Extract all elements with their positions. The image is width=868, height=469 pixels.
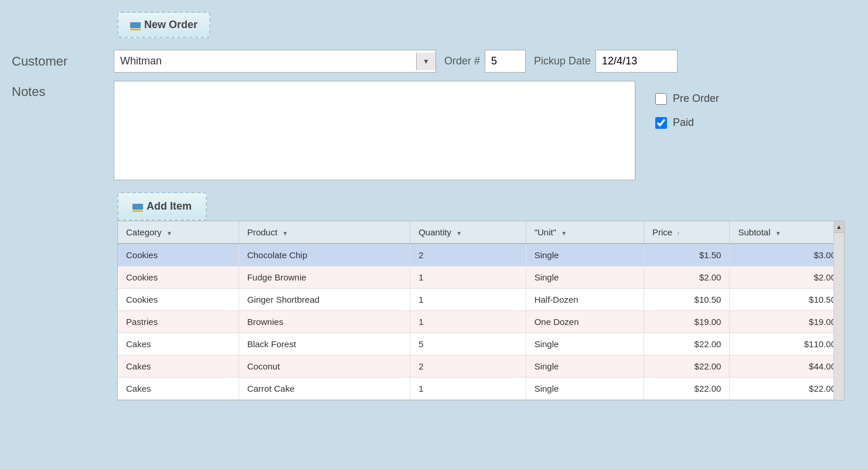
pickup-date-group: Pickup Date: [534, 50, 678, 73]
table-row[interactable]: CakesBlack Forest5Single$22.00$110.00: [118, 333, 844, 355]
add-item-button[interactable]: Add Item: [117, 192, 207, 221]
paid-checkbox[interactable]: [655, 117, 667, 129]
paid-label: Paid: [673, 117, 694, 129]
cell-category: Cookies: [118, 244, 239, 266]
cell-price: $10.50: [644, 289, 730, 311]
cell-price: $22.00: [644, 333, 730, 355]
table-container: Category ▼ Product ▼ Quantity ▼ "Unit" ▼…: [117, 221, 845, 400]
table-row[interactable]: CakesCarrot Cake1Single$22.00$22.00: [118, 378, 844, 400]
cell-category: Cookies: [118, 266, 239, 289]
add-item-icon: [132, 203, 143, 211]
cell-product: Coconut: [239, 355, 410, 378]
new-order-button[interactable]: New Order: [117, 12, 210, 38]
cell-category: Pastries: [118, 311, 239, 333]
customer-select-container: ▼: [114, 50, 436, 73]
cell-category: Cakes: [118, 333, 239, 355]
page-container: New Order Customer ▼ Order # Pickup Date…: [0, 6, 868, 406]
table-scrollbar[interactable]: ▲: [833, 221, 844, 400]
scrollbar-up-arrow[interactable]: ▲: [834, 221, 844, 233]
customer-row: Customer ▼ Order # Pickup Date: [12, 50, 856, 73]
notes-row: Notes Pre Order Paid: [12, 81, 856, 180]
pre-order-checkbox[interactable]: [655, 93, 667, 105]
cell-quantity: 1: [410, 311, 526, 333]
cell-product: Carrot Cake: [239, 378, 410, 400]
cell-price: $19.00: [644, 311, 730, 333]
cell-category: Cookies: [118, 289, 239, 311]
cell-unit: Single: [526, 244, 644, 266]
cell-quantity: 5: [410, 333, 526, 355]
table-row[interactable]: CookiesFudge Brownie1Single$2.00$2.00: [118, 266, 844, 289]
customer-dropdown-arrow[interactable]: ▼: [416, 53, 435, 70]
cell-product: Black Forest: [239, 333, 410, 355]
cell-category: Cakes: [118, 378, 239, 400]
cell-quantity: 2: [410, 355, 526, 378]
col-header-quantity[interactable]: Quantity ▼: [410, 221, 526, 244]
pickup-date-input[interactable]: [595, 50, 678, 73]
cell-price: $2.00: [644, 266, 730, 289]
cell-unit: Single: [526, 333, 644, 355]
table-row[interactable]: CookiesChocolate Chip2Single$1.50$3.00: [118, 244, 844, 266]
cell-subtotal: $3.00: [730, 244, 844, 266]
col-header-unit[interactable]: "Unit" ▼: [526, 221, 644, 244]
cell-subtotal: $22.00: [730, 378, 844, 400]
notes-label: Notes: [12, 81, 105, 100]
product-sort-icon: ▼: [282, 230, 288, 237]
cell-unit: Single: [526, 355, 644, 378]
form-area: Customer ▼ Order # Pickup Date Notes Pre: [12, 50, 856, 180]
cell-price: $1.50: [644, 244, 730, 266]
cell-price: $22.00: [644, 355, 730, 378]
cell-subtotal: $110.00: [730, 333, 844, 355]
cell-unit: Single: [526, 266, 644, 289]
customer-label: Customer: [12, 54, 105, 69]
paid-checkbox-label[interactable]: Paid: [655, 117, 719, 129]
cell-subtotal: $2.00: [730, 266, 844, 289]
cell-quantity: 1: [410, 266, 526, 289]
cell-subtotal: $19.00: [730, 311, 844, 333]
cell-product: Chocolate Chip: [239, 244, 410, 266]
cell-unit: Single: [526, 378, 644, 400]
pre-order-checkbox-label[interactable]: Pre Order: [655, 93, 719, 105]
col-header-category[interactable]: Category ▼: [118, 221, 239, 244]
svg-rect-2: [132, 204, 143, 210]
cell-quantity: 2: [410, 244, 526, 266]
cell-price: $22.00: [644, 378, 730, 400]
pickup-date-label: Pickup Date: [534, 55, 591, 67]
svg-rect-0: [130, 22, 141, 28]
table-row[interactable]: CookiesGinger Shortbread1Half-Dozen$10.5…: [118, 289, 844, 311]
cell-category: Cakes: [118, 355, 239, 378]
new-order-icon: [130, 21, 141, 29]
category-sort-icon: ▼: [166, 230, 172, 237]
price-sort-icon: ↑: [677, 230, 680, 237]
cell-unit: Half-Dozen: [526, 289, 644, 311]
svg-rect-1: [130, 29, 141, 30]
cell-product: Brownies: [239, 311, 410, 333]
table-row[interactable]: CakesCoconut2Single$22.00$44.00: [118, 355, 844, 378]
unit-sort-icon: ▼: [561, 230, 567, 237]
col-header-product[interactable]: Product ▼: [239, 221, 410, 244]
cell-unit: One Dozen: [526, 311, 644, 333]
pre-order-label: Pre Order: [673, 93, 719, 105]
svg-rect-3: [132, 210, 143, 212]
customer-input[interactable]: [114, 50, 416, 72]
orders-table: Category ▼ Product ▼ Quantity ▼ "Unit" ▼…: [118, 221, 844, 400]
table-row[interactable]: PastriesBrownies1One Dozen$19.00$19.00: [118, 311, 844, 333]
cell-product: Fudge Brownie: [239, 266, 410, 289]
notes-textarea[interactable]: [114, 81, 635, 180]
table-body: CookiesChocolate Chip2Single$1.50$3.00Co…: [118, 244, 844, 400]
quantity-sort-icon: ▼: [456, 230, 462, 237]
cell-quantity: 1: [410, 378, 526, 400]
new-order-label: New Order: [144, 19, 198, 31]
cell-subtotal: $10.50: [730, 289, 844, 311]
order-number-input[interactable]: [485, 50, 526, 73]
table-header: Category ▼ Product ▼ Quantity ▼ "Unit" ▼…: [118, 221, 844, 244]
cell-subtotal: $44.00: [730, 355, 844, 378]
col-header-price[interactable]: Price ↑: [644, 221, 730, 244]
subtotal-sort-icon: ▼: [775, 230, 781, 237]
cell-product: Ginger Shortbread: [239, 289, 410, 311]
cell-quantity: 1: [410, 289, 526, 311]
col-header-subtotal[interactable]: Subtotal ▼: [730, 221, 844, 244]
add-item-label: Add Item: [147, 200, 192, 213]
order-number-label: Order #: [444, 55, 480, 67]
checkboxes-area: Pre Order Paid: [655, 81, 719, 129]
order-number-group: Order #: [444, 50, 526, 73]
